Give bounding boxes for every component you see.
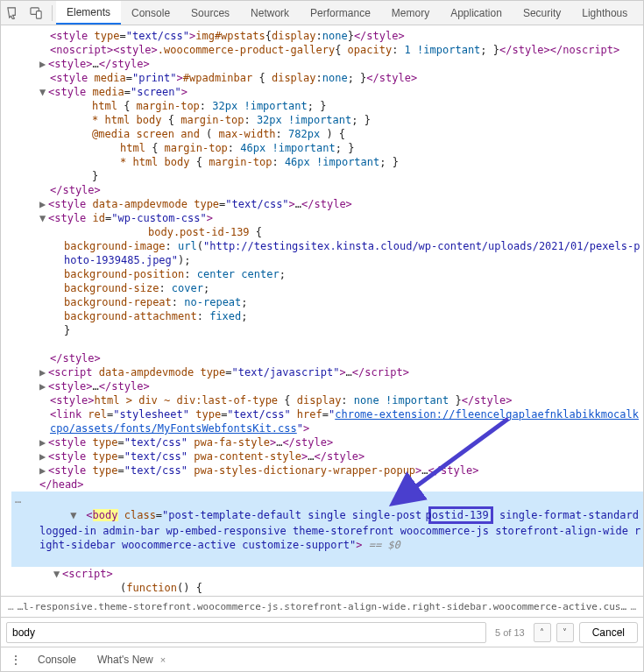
- tab-memory[interactable]: Memory: [381, 1, 440, 25]
- devtools-toolbar: Elements Console Sources Network Perform…: [1, 1, 643, 25]
- dom-node[interactable]: ▶<style>…</style>: [8, 379, 643, 393]
- drawer-bar: ⋮ Console What's New ×: [1, 647, 643, 671]
- tab-lighthouse[interactable]: Lighthous: [571, 1, 638, 25]
- tab-performance[interactable]: Performance: [300, 1, 381, 25]
- device-toggle-icon[interactable]: [25, 1, 48, 25]
- dom-node[interactable]: ▶<script data-ampdevmode type="text/java…: [8, 365, 643, 379]
- breadcrumb-ellipsis: …: [4, 601, 18, 612]
- css-rule: background-image: url("http://testingsit…: [8, 239, 643, 267]
- drawer-tab-whatsnew[interactable]: What's New: [88, 654, 162, 666]
- selected-dom-node[interactable]: … ▼<body class="post-template-default si…: [11, 492, 643, 567]
- tab-application[interactable]: Application: [440, 1, 513, 25]
- dom-node[interactable]: </style>: [8, 183, 643, 197]
- chevron-up-icon: ˄: [540, 627, 544, 637]
- dom-node[interactable]: <style media="print">#wpadminbar { displ…: [8, 71, 643, 85]
- dom-node[interactable]: ▶<style type="text/css" pwa-styles-dicti…: [8, 463, 643, 477]
- tab-console[interactable]: Console: [121, 1, 180, 25]
- css-rule: @media screen and ( max-width: 782px ) {: [8, 127, 643, 141]
- dom-node[interactable]: ▶<style type="text/css" pwa-fa-style>…</…: [8, 435, 643, 449]
- search-bar: 5 of 13 ˄ ˅ Cancel: [1, 617, 643, 647]
- dom-node[interactable]: <style type="text/css">img#wpstats{displ…: [8, 29, 643, 43]
- search-next-button[interactable]: ˅: [556, 623, 574, 642]
- tab-security[interactable]: Security: [513, 1, 571, 25]
- dom-node[interactable]: </head>: [8, 477, 643, 492]
- dom-node[interactable]: <style>html > div ~ div:last-of-type { d…: [8, 393, 643, 407]
- dom-node[interactable]: ▼<script>: [8, 567, 643, 581]
- dom-node[interactable]: ▶<style>…</style>: [8, 57, 643, 71]
- overflow-indicator: …: [15, 492, 21, 506]
- css-rule: * html body { margin-top: 32px !importan…: [8, 113, 643, 127]
- dom-node[interactable]: ▼<style id="wp-custom-css">: [8, 211, 643, 225]
- css-rule: html { margin-top: 46px !important; }: [8, 141, 643, 155]
- js-code: var request, b = document.body, c = 'cla…: [8, 595, 643, 596]
- close-icon[interactable]: ×: [160, 654, 166, 665]
- tab-elements[interactable]: Elements: [56, 1, 121, 25]
- css-rule: background-position: center center;: [8, 267, 643, 281]
- svg-rect-1: [37, 11, 42, 18]
- search-cancel-button[interactable]: Cancel: [579, 622, 638, 643]
- dom-node[interactable]: <noscript><style>.woocommerce-product-ga…: [8, 43, 643, 57]
- breadcrumb-path[interactable]: …l-responsive.theme-storefront.woocommer…: [18, 601, 627, 612]
- breadcrumb-ellipsis: …: [626, 601, 640, 612]
- annotation-highlight-postid: postid-139: [428, 506, 493, 524]
- dom-node[interactable]: ▼<style media="screen">: [8, 85, 643, 99]
- tab-sources[interactable]: Sources: [180, 1, 240, 25]
- inspect-element-icon[interactable]: [1, 1, 25, 25]
- css-rule: html { margin-top: 32px !important; }: [8, 99, 643, 113]
- dom-node[interactable]: ▶<style type="text/css" pwa-content-styl…: [8, 449, 643, 463]
- css-rule: background-size: cover;: [8, 281, 643, 295]
- breadcrumb-bar[interactable]: … …l-responsive.theme-storefront.woocomm…: [1, 596, 643, 617]
- js-code: (function() {: [8, 581, 643, 595]
- css-rule: background-repeat: no-repeat;: [8, 295, 643, 309]
- search-input[interactable]: [6, 622, 486, 643]
- search-prev-button[interactable]: ˄: [534, 623, 551, 642]
- search-result-count: 5 of 13: [492, 627, 528, 638]
- drawer-menu-icon[interactable]: ⋮: [6, 653, 25, 667]
- css-rule: }: [8, 169, 643, 183]
- elements-tree[interactable]: <style type="text/css">img#wpstats{displ…: [1, 25, 643, 596]
- css-rule: }: [8, 323, 643, 337]
- dom-node[interactable]: <link rel="stylesheet" type="text/css" h…: [8, 407, 643, 435]
- css-rule: [8, 337, 643, 351]
- dom-node[interactable]: </style>: [8, 351, 643, 365]
- chevron-down-icon: ˅: [563, 627, 567, 637]
- drawer-tab-console[interactable]: Console: [29, 654, 85, 666]
- css-rule: background-attachment: fixed;: [8, 309, 643, 323]
- dom-node[interactable]: ▶<style data-ampdevmode type="text/css">…: [8, 197, 643, 211]
- css-rule: body.post-id-139 {: [8, 225, 643, 239]
- css-rule: * html body { margin-top: 46px !importan…: [8, 155, 643, 169]
- tab-network[interactable]: Network: [240, 1, 300, 25]
